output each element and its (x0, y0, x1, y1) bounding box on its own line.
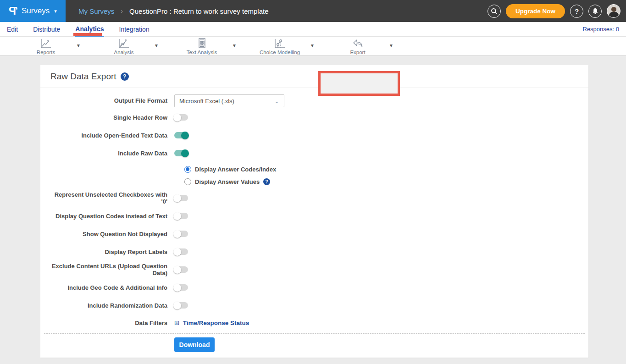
export-arrow-icon (351, 38, 364, 49)
download-button[interactable]: Download (174, 337, 215, 352)
answer-codes-radio[interactable] (184, 166, 191, 173)
search-button[interactable] (488, 5, 501, 18)
geo-code-toggle[interactable] (174, 284, 188, 291)
data-filters-label: Data Filters (50, 320, 167, 326)
tab-distribute[interactable]: Distribute (33, 22, 60, 37)
topbar-actions: Upgrade Now ? (488, 0, 620, 22)
row-unselected-checkboxes: Represent Unselected Checkboxes with '0' (50, 193, 188, 203)
time-response-status-link[interactable]: ⊞ Time/Response Status (174, 319, 249, 326)
caret-down-icon: ▼ (310, 43, 315, 48)
toolbar-reports-caret[interactable]: ▼ (76, 43, 81, 48)
top-bar: Ƥ Surveys ▾ My Surveys › QuestionPro : R… (0, 0, 626, 22)
chevron-down-icon: ⌄ (274, 98, 279, 105)
reports-chart-icon (40, 38, 52, 49)
search-icon (491, 8, 498, 15)
exclude-content-urls-toggle[interactable] (174, 266, 188, 273)
row-question-codes: Display Question Codes instead of Text (50, 211, 188, 221)
row-exclude-content-urls: Exclude Content URLs (Upload Question Da… (50, 265, 188, 274)
toggle-label: Exclude Content URLs (Upload Question Da… (50, 263, 167, 276)
breadcrumb-separator-icon: › (121, 7, 123, 15)
row-data-filters: Data Filters ⊞ Time/Response Status (50, 318, 249, 327)
toolbar-analysis-label: Analysis (99, 50, 149, 55)
toggle-label: Include Raw Data (50, 150, 167, 157)
report-labels-toggle[interactable] (174, 248, 188, 255)
time-response-status-label: Time/Response Status (183, 320, 249, 326)
panel-header: Raw Data Export ? (40, 65, 588, 88)
breadcrumb-my-surveys[interactable]: My Surveys (78, 7, 114, 15)
row-output-format: Output File Format Microsoft Excel (.xls… (50, 94, 284, 107)
question-mark-icon: ? (575, 7, 579, 15)
surveys-menu-label: Surveys (22, 6, 50, 16)
answer-codes-label: Display Answer Codes/Index (195, 166, 276, 173)
row-geo-code: Include Geo Code & Additional Info (50, 283, 188, 292)
help-button[interactable]: ? (570, 5, 583, 18)
output-format-label: Output File Format (50, 94, 167, 107)
questionpro-logo-icon: Ƥ (9, 5, 17, 17)
toolbar-choice-modelling-caret[interactable]: ▼ (310, 43, 315, 48)
toggle-label: Show Question Not Displayed (50, 231, 167, 237)
row-randomization: Include Randomization Data (50, 301, 188, 310)
tab-edit[interactable]: Edit (7, 22, 18, 37)
caret-down-icon: ▼ (154, 43, 159, 48)
responses-count: Responses: 0 (583, 26, 620, 33)
toggle-label: Display Report Labels (50, 248, 167, 255)
chevron-down-icon: ▾ (54, 8, 57, 14)
question-not-displayed-toggle[interactable] (174, 231, 188, 237)
raw-data-export-panel: Raw Data Export ? Output File Format Mic… (40, 65, 588, 358)
toolbar-reports-label: Reports (21, 50, 71, 55)
row-open-ended: Include Open-Ended Text Data (50, 131, 188, 140)
toolbar-export-caret[interactable]: ▼ (389, 43, 393, 48)
output-format-select[interactable]: Microsoft Excel (.xls) ⌄ (174, 94, 284, 107)
row-question-not-displayed: Show Question Not Displayed (50, 229, 188, 238)
toolbar-text-analysis-label: Text Analysis (177, 50, 227, 55)
upgrade-now-button[interactable]: Upgrade Now (506, 4, 565, 18)
tab-integration[interactable]: Integration (119, 22, 150, 37)
caret-down-icon: ▼ (389, 43, 393, 48)
answer-values-label: Display Answer Values (195, 178, 260, 185)
dashed-divider (44, 333, 585, 334)
plus-square-icon: ⊞ (174, 319, 180, 326)
include-open-ended-toggle[interactable] (174, 132, 188, 138)
radio-answer-codes-row: Display Answer Codes/Index (184, 165, 276, 174)
help-icon[interactable]: ? (121, 72, 129, 81)
toolbar-export-label: Export (332, 50, 383, 55)
toolbar-export[interactable]: Export (332, 38, 383, 55)
bell-icon (592, 8, 598, 15)
toggle-label: Single Header Row (50, 114, 167, 121)
toolbar-text-analysis[interactable]: Text Analysis (177, 38, 227, 55)
page-title: QuestionPro : Return to work survey temp… (129, 7, 268, 15)
toggle-label: Include Randomization Data (50, 302, 167, 309)
row-raw-data: Include Raw Data (50, 149, 188, 158)
annotation-underline-analytics (73, 33, 102, 36)
radio-answer-values-row: Display Answer Values ? (184, 177, 270, 186)
notifications-button[interactable] (588, 5, 602, 18)
caret-down-icon: ▼ (232, 43, 237, 48)
annotation-box-export (318, 71, 400, 96)
toolbar-text-analysis-caret[interactable]: ▼ (232, 43, 237, 48)
avatar-silhouette (611, 7, 616, 12)
answer-values-radio[interactable] (184, 178, 191, 185)
toolbar-choice-modelling-label: Choice Modelling (255, 50, 305, 55)
single-header-row-toggle[interactable] (174, 114, 188, 121)
toggle-label: Display Question Codes instead of Text (50, 213, 167, 220)
unselected-checkboxes-toggle[interactable] (174, 195, 188, 201)
analytics-toolbar: Reports ▼ Analysis ▼ Text Analysis ▼ Cho… (0, 37, 626, 56)
panel-title: Raw Data Export (50, 72, 116, 82)
help-icon[interactable]: ? (263, 178, 270, 185)
toolbar-choice-modelling[interactable]: Choice Modelling (255, 38, 305, 55)
text-analysis-icon (196, 38, 208, 49)
toolbar-reports[interactable]: Reports (21, 38, 71, 55)
surveys-menu[interactable]: Ƥ Surveys ▾ (0, 0, 66, 22)
output-format-value: Microsoft Excel (.xls) (179, 98, 234, 105)
toggle-label: Include Geo Code & Additional Info (50, 284, 167, 291)
question-codes-toggle[interactable] (174, 213, 188, 219)
user-avatar[interactable] (607, 4, 620, 18)
toolbar-analysis[interactable]: Analysis (99, 38, 149, 55)
toggle-label: Include Open-Ended Text Data (50, 132, 167, 139)
row-single-header: Single Header Row (50, 113, 188, 122)
include-raw-data-toggle[interactable] (174, 150, 188, 156)
randomization-toggle[interactable] (174, 302, 188, 309)
caret-down-icon: ▼ (76, 43, 81, 48)
toolbar-analysis-caret[interactable]: ▼ (154, 43, 159, 48)
analysis-chart-icon (118, 38, 130, 49)
